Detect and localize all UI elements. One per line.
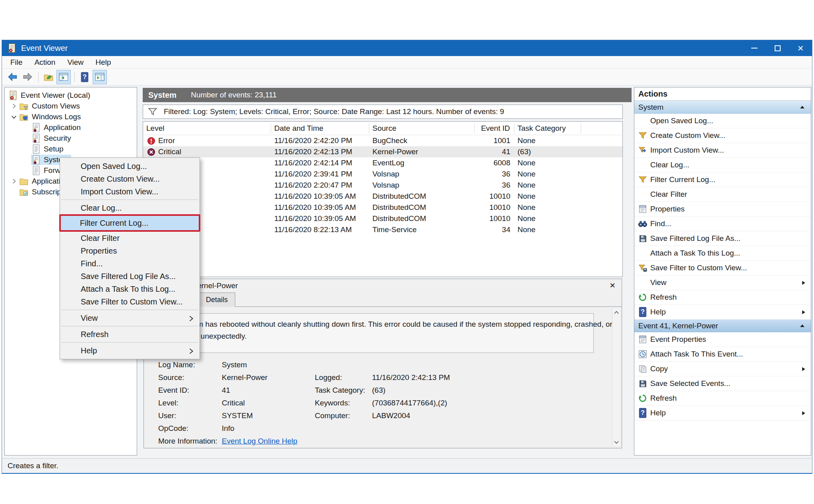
event-row[interactable]: 11/16/2020 2:42:14 PMEventLog6008None xyxy=(143,157,622,169)
preview-tabs: GeneralDetails xyxy=(144,293,622,307)
action-clear-log[interactable]: Clear Log... xyxy=(634,158,811,173)
menu-separator xyxy=(61,342,198,343)
action-clear-filter[interactable]: Clear Filter xyxy=(634,187,811,202)
tab-details[interactable]: Details xyxy=(198,293,235,307)
back-arrow-button[interactable] xyxy=(5,70,19,84)
tree-item-windows-logs[interactable]: Windows Logs xyxy=(5,111,137,122)
export-folder-button[interactable] xyxy=(41,70,56,84)
event-list-body: Error11/16/2020 2:42:20 PMBugCheck1001No… xyxy=(143,135,622,235)
context-menu-item-clear-log[interactable]: Clear Log... xyxy=(60,202,200,214)
column-header-event-id[interactable]: Event ID xyxy=(475,123,514,134)
action-refresh[interactable]: Refresh xyxy=(634,290,811,305)
funnel-icon xyxy=(638,176,647,184)
date-cell: 11/16/2020 2:42:14 PM xyxy=(271,157,369,169)
scroll-up-icon[interactable] xyxy=(612,308,620,316)
show-console-tree-icon xyxy=(58,72,69,82)
help-badge-button[interactable]: ? xyxy=(78,70,92,84)
tree-item-security[interactable]: Security xyxy=(5,133,137,143)
task-category-cell: None xyxy=(514,191,581,202)
scroll-down-icon[interactable] xyxy=(612,438,620,446)
menu-separator xyxy=(61,310,198,310)
show-action-pane-button[interactable] xyxy=(93,70,107,84)
action-save-filtered-log-file-as[interactable]: Save Filtered Log File As... xyxy=(634,231,811,246)
collapse-arrow-icon[interactable] xyxy=(799,105,805,110)
show-console-tree-button[interactable] xyxy=(56,70,71,84)
event-fields-right: Logged:11/16/2020 2:42:13 PMTask Categor… xyxy=(315,371,450,422)
preview-close-icon[interactable]: × xyxy=(610,280,615,291)
action-help[interactable]: ?Help xyxy=(634,305,811,320)
menu-bar: FileActionViewHelp xyxy=(2,56,812,69)
copy-icon xyxy=(638,364,647,373)
minimize-button[interactable] xyxy=(743,40,766,56)
action-import-custom-view[interactable]: Import Custom View... xyxy=(634,143,811,158)
source-cell: Time-Service xyxy=(369,224,475,235)
action-filter-current-log[interactable]: Filter Current Log... xyxy=(634,173,811,187)
field-row: Log Name:System xyxy=(158,359,267,371)
action-event-properties[interactable]: Event Properties xyxy=(634,332,811,347)
column-header-date-and-time[interactable]: Date and Time xyxy=(271,123,369,134)
context-menu-item-properties[interactable]: Properties xyxy=(60,244,200,257)
event-row[interactable]: 11/16/2020 10:39:05 AMDistributedCOM1001… xyxy=(143,202,622,213)
preview-content: The system has rebooted without cleanly … xyxy=(144,307,622,448)
collapse-arrow-icon[interactable] xyxy=(799,323,805,328)
action-find[interactable]: Find... xyxy=(634,217,811,231)
action-copy[interactable]: Copy xyxy=(634,362,811,376)
event-row[interactable]: 11/16/2020 10:39:05 AMDistributedCOM1001… xyxy=(143,213,622,224)
event-id-cell: 6008 xyxy=(475,157,514,169)
context-menu-item-view[interactable]: View xyxy=(60,312,200,324)
action-attach-task-to-this-event[interactable]: Attach Task To This Event... xyxy=(634,347,811,362)
context-menu-item-open-saved-log[interactable]: Open Saved Log... xyxy=(60,160,200,173)
event-row[interactable]: 11/16/2020 10:39:05 AMDistributedCOM1001… xyxy=(143,191,622,202)
filter-summary-bar[interactable]: Filtered: Log: System; Levels: Critical,… xyxy=(143,105,623,119)
maximize-button[interactable] xyxy=(766,40,789,56)
context-menu-item-refresh[interactable]: Refresh xyxy=(60,328,200,341)
event-row[interactable]: 11/16/2020 2:39:41 PMVolsnap36None xyxy=(143,169,622,180)
action-save-filter-to-custom-view[interactable]: Save Filter to Custom View... xyxy=(634,261,811,275)
context-menu-item-find[interactable]: Find... xyxy=(60,257,200,270)
help-badge-icon: ? xyxy=(80,72,89,82)
action-refresh[interactable]: Refresh xyxy=(634,391,811,406)
menu-file[interactable]: File xyxy=(4,56,29,69)
event-row[interactable]: 11/16/2020 8:22:13 AMTime-Service34None xyxy=(143,224,622,235)
event-id-cell: 36 xyxy=(475,180,514,191)
tree-item-setup[interactable]: Setup xyxy=(5,143,137,154)
action-open-saved-log[interactable]: Open Saved Log... xyxy=(634,114,811,128)
menu-help[interactable]: Help xyxy=(89,56,117,69)
action-create-custom-view[interactable]: Create Custom View... xyxy=(634,128,811,143)
event-log-online-help-link[interactable]: Event Log Online Help xyxy=(222,437,297,446)
action-save-selected-events[interactable]: Save Selected Events... xyxy=(634,376,811,391)
action-view[interactable]: View xyxy=(634,275,811,290)
column-header-level[interactable]: Level xyxy=(143,123,271,134)
event-viewer-icon xyxy=(9,91,17,100)
action-properties[interactable]: Properties xyxy=(634,202,811,217)
close-button[interactable]: × xyxy=(789,40,812,56)
context-menu-item-save-filtered-log-file-as[interactable]: Save Filtered Log File As... xyxy=(60,270,200,283)
tree-item-event-viewer-local[interactable]: Event Viewer (Local) xyxy=(5,90,137,101)
context-menu-item-filter-current-log[interactable]: Filter Current Log... xyxy=(59,214,200,232)
context-menu-item-attach-a-task-to-this-log[interactable]: Attach a Task To this Log... xyxy=(60,283,200,295)
context-menu-item-create-custom-view[interactable]: Create Custom View... xyxy=(60,173,200,185)
event-row[interactable]: Critical11/16/2020 2:42:13 PMKernel-Powe… xyxy=(143,146,622,157)
preview-scrollbar[interactable] xyxy=(612,308,620,446)
column-header-task-category[interactable]: Task Category xyxy=(514,123,581,134)
column-header-source[interactable]: Source xyxy=(369,123,475,134)
forward-arrow-button[interactable] xyxy=(20,70,35,84)
action-attach-a-task-to-this-log[interactable]: Attach a Task To this Log... xyxy=(634,246,811,261)
menu-view[interactable]: View xyxy=(61,56,89,69)
menu-action[interactable]: Action xyxy=(29,56,62,69)
action-help[interactable]: ?Help xyxy=(634,406,811,421)
context-menu-item-help[interactable]: Help xyxy=(60,344,200,357)
date-cell: 11/16/2020 10:39:05 AM xyxy=(271,191,369,202)
event-row[interactable]: 11/16/2020 2:20:47 PMVolsnap36None xyxy=(143,180,622,191)
tree-item-custom-views[interactable]: Custom Views xyxy=(5,101,137,111)
context-menu-item-save-filter-to-custom-view[interactable]: Save Filter to Custom View... xyxy=(60,295,200,308)
section-header-system[interactable]: System xyxy=(634,101,811,114)
context-menu-item-import-custom-view[interactable]: Import Custom View... xyxy=(60,185,200,198)
field-label: OpCode: xyxy=(158,424,222,433)
event-row[interactable]: Error11/16/2020 2:42:20 PMBugCheck1001No… xyxy=(143,135,622,146)
section-header-event-41-kernel-power[interactable]: Event 41, Kernel-Power xyxy=(634,320,811,332)
tree-item-application[interactable]: Application xyxy=(5,122,137,133)
field-value: LABW2004 xyxy=(372,411,410,420)
context-menu-item-clear-filter[interactable]: Clear Filter xyxy=(60,232,200,244)
level-cell: Critical xyxy=(143,146,271,157)
